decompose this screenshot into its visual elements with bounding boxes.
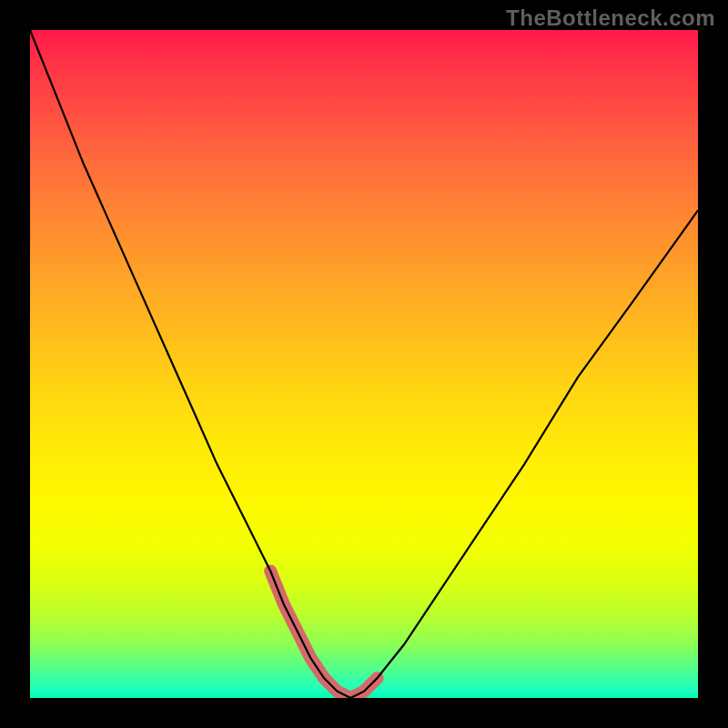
curves-svg (30, 30, 698, 698)
chart-frame: TheBottleneck.com (0, 0, 728, 728)
watermark-text: TheBottleneck.com (506, 5, 715, 31)
bottleneck-curve (30, 30, 698, 698)
plot-area (30, 30, 698, 698)
